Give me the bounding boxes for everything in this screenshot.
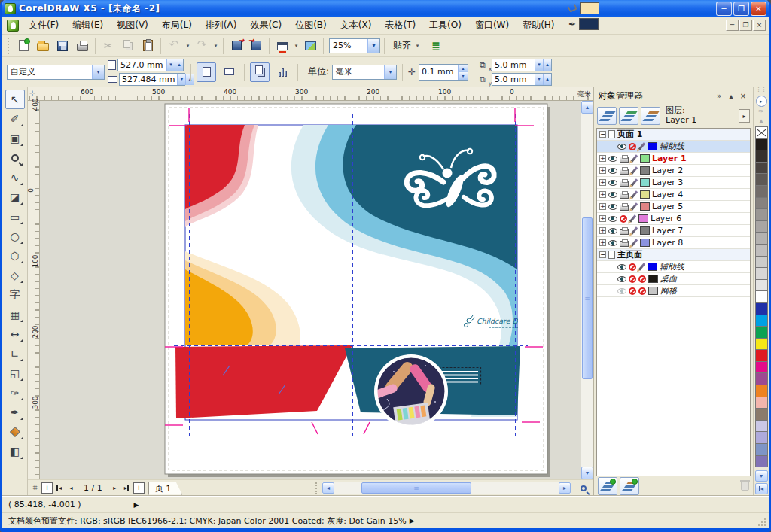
outline-pen-tool[interactable]: ✒ bbox=[5, 403, 25, 422]
menu-item[interactable]: 编辑(E) bbox=[66, 17, 110, 34]
layer-color-swatch[interactable] bbox=[640, 178, 650, 187]
page-size-preset-combo[interactable]: 自定义 ▾ bbox=[7, 65, 105, 80]
layer-color-swatch[interactable] bbox=[640, 239, 650, 247]
toolbar-grip[interactable] bbox=[8, 38, 11, 54]
page-tab[interactable]: 页 1 bbox=[148, 482, 183, 495]
delete-layer-button[interactable] bbox=[741, 482, 749, 491]
visibility-icon[interactable] bbox=[608, 168, 617, 174]
edit-icon[interactable] bbox=[638, 142, 645, 150]
master-page-node[interactable]: − 主页面 bbox=[597, 249, 750, 261]
expand-icon[interactable]: + bbox=[599, 215, 606, 222]
printable-icon[interactable] bbox=[620, 169, 629, 175]
color-swatch[interactable] bbox=[755, 232, 768, 245]
layer-color-swatch[interactable] bbox=[640, 154, 650, 163]
layer-row[interactable]: + Layer 3 bbox=[597, 177, 750, 189]
horizontal-scroll-thumb[interactable] bbox=[361, 482, 471, 494]
docker-flyout-button[interactable]: ▸ bbox=[739, 109, 750, 123]
vertical-scrollbar[interactable]: ▴ ▾ bbox=[581, 101, 593, 479]
guides-layer-row[interactable]: 辅助线 bbox=[597, 141, 750, 153]
expand-icon[interactable]: + bbox=[599, 227, 606, 234]
ruler-origin-icon[interactable]: ⊹ bbox=[29, 89, 35, 97]
eyedropper-tool[interactable]: ✑ bbox=[5, 383, 25, 403]
expand-icon[interactable]: + bbox=[599, 167, 606, 174]
scroll-left-button[interactable]: ◂ bbox=[322, 482, 334, 494]
layer-row[interactable]: + Layer 4 bbox=[597, 189, 750, 201]
application-launcher-dropdown[interactable]: ▾ bbox=[293, 43, 300, 49]
visibility-icon[interactable] bbox=[608, 228, 617, 234]
import-button[interactable] bbox=[227, 37, 245, 55]
restore-button[interactable]: ❐ bbox=[733, 2, 749, 16]
layer-row[interactable]: + Layer 6 bbox=[597, 213, 750, 225]
drawing-area[interactable]: Childcare Delight bbox=[40, 101, 581, 479]
layer-manager-view-button[interactable] bbox=[641, 107, 660, 125]
no-print-icon[interactable] bbox=[629, 143, 636, 150]
units-combo-dropdown[interactable]: ▾ bbox=[384, 65, 396, 79]
vertical-scroll-thumb[interactable] bbox=[582, 217, 593, 379]
vertical-scroll-track[interactable] bbox=[581, 114, 593, 467]
color-swatch[interactable] bbox=[755, 279, 768, 292]
no-print-icon[interactable] bbox=[620, 215, 627, 223]
ellipse-tool[interactable]: ○ bbox=[5, 226, 25, 246]
fill-color-indicator[interactable] bbox=[580, 2, 599, 14]
crop-tool[interactable]: ▣ bbox=[5, 129, 25, 148]
palette-expand-button[interactable]: ◂ bbox=[755, 483, 768, 494]
printable-icon[interactable] bbox=[620, 205, 629, 211]
scroll-down-button[interactable]: ▾ bbox=[581, 467, 593, 479]
mdi-close-button[interactable]: × bbox=[753, 20, 766, 31]
edit-icon[interactable] bbox=[631, 239, 638, 246]
new-master-layer-button[interactable] bbox=[620, 477, 639, 495]
layer-color-swatch[interactable] bbox=[640, 226, 650, 235]
layer-color-swatch[interactable] bbox=[640, 202, 650, 211]
menu-item[interactable]: 布局(L) bbox=[155, 17, 199, 34]
blend-tool[interactable]: ◱ bbox=[5, 363, 25, 383]
horizontal-scrollbar[interactable]: ◂ ▸ bbox=[322, 482, 571, 494]
edit-icon[interactable] bbox=[631, 190, 638, 198]
layer-color-swatch[interactable] bbox=[640, 166, 650, 175]
palette-flyout-button[interactable]: ▸ bbox=[756, 96, 767, 107]
status-expand-icon[interactable]: ▶ bbox=[134, 501, 139, 509]
redo-button[interactable]: ↷ bbox=[193, 37, 211, 55]
color-swatch[interactable] bbox=[755, 349, 768, 362]
snap-to-button[interactable]: 贴齐 ▾ bbox=[389, 38, 425, 53]
color-swatch[interactable] bbox=[755, 315, 768, 327]
scroll-right-button[interactable]: ▸ bbox=[559, 482, 571, 494]
docker-close-button[interactable]: × bbox=[737, 92, 749, 100]
color-swatch[interactable] bbox=[755, 185, 768, 198]
horizontal-scroll-track[interactable] bbox=[334, 482, 559, 494]
portrait-button[interactable] bbox=[197, 62, 216, 82]
collapse-icon[interactable]: − bbox=[599, 131, 606, 138]
color-swatch[interactable] bbox=[755, 397, 768, 409]
polygon-tool[interactable]: ⬡ bbox=[5, 246, 25, 266]
save-button[interactable] bbox=[53, 37, 72, 55]
printable-icon[interactable] bbox=[620, 229, 629, 235]
layer-row[interactable]: + Layer 2 bbox=[597, 165, 750, 177]
printable-icon[interactable] bbox=[620, 241, 629, 247]
first-page-button[interactable]: ◂ bbox=[53, 482, 65, 494]
edit-icon[interactable] bbox=[631, 154, 638, 162]
layer-row[interactable]: + Layer 8 bbox=[597, 237, 750, 249]
basic-shapes-tool[interactable]: ◇ bbox=[5, 266, 25, 285]
layer-color-swatch[interactable] bbox=[638, 214, 648, 223]
drawing-scale-icon[interactable]: ⌗ bbox=[29, 483, 41, 493]
mdi-minimize-button[interactable]: ─ bbox=[726, 20, 739, 31]
edit-icon[interactable] bbox=[631, 166, 638, 174]
layer-color-swatch[interactable] bbox=[648, 275, 658, 283]
no-print-icon[interactable] bbox=[629, 263, 636, 271]
expand-icon[interactable]: + bbox=[599, 191, 606, 198]
menu-item[interactable]: 文件(F) bbox=[22, 17, 66, 34]
no-edit-icon[interactable] bbox=[638, 287, 646, 295]
color-swatch[interactable] bbox=[755, 197, 768, 210]
visibility-icon[interactable] bbox=[608, 180, 617, 186]
zoom-tool[interactable] bbox=[5, 148, 25, 168]
layer-row[interactable]: + Layer 7 bbox=[597, 225, 750, 237]
visibility-icon[interactable] bbox=[608, 192, 617, 198]
palette-scroll-down-button[interactable]: ▾ bbox=[755, 470, 768, 482]
menu-item[interactable]: 视图(V) bbox=[110, 17, 155, 34]
application-launcher-button[interactable] bbox=[273, 37, 291, 55]
printable-icon[interactable] bbox=[620, 181, 629, 187]
color-swatch[interactable] bbox=[755, 162, 768, 175]
visibility-icon[interactable] bbox=[617, 144, 626, 150]
color-swatch[interactable] bbox=[755, 326, 768, 339]
scrollbar-splitter[interactable] bbox=[315, 482, 318, 494]
all-pages-button[interactable] bbox=[250, 62, 270, 82]
